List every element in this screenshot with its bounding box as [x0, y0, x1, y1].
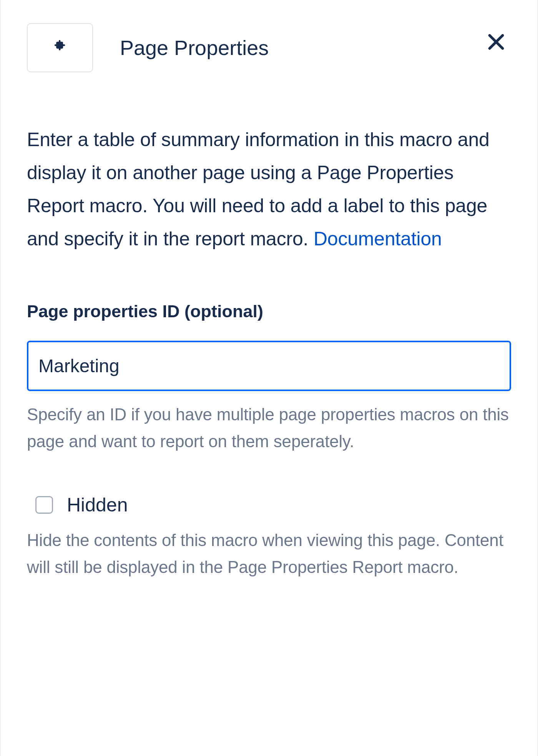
close-icon [485, 31, 507, 53]
field-hidden: Hidden Hide the contents of this macro w… [27, 494, 511, 581]
hidden-checkbox[interactable] [35, 496, 53, 514]
field-help-id: Specify an ID if you have multiple page … [27, 401, 511, 455]
page-properties-id-input[interactable] [27, 341, 511, 391]
documentation-link[interactable]: Documentation [314, 228, 442, 250]
page-properties-panel: Page Properties Enter a table of summary… [0, 0, 538, 756]
macro-icon-container [27, 23, 93, 72]
field-label-id: Page properties ID (optional) [27, 301, 511, 321]
close-button[interactable] [481, 27, 511, 57]
field-page-properties-id: Page properties ID (optional) Specify an… [27, 301, 511, 455]
panel-title: Page Properties [120, 36, 454, 60]
panel-description: Enter a table of summary information in … [27, 123, 511, 255]
field-help-hidden: Hide the contents of this macro when vie… [27, 527, 511, 581]
hidden-checkbox-label: Hidden [67, 494, 128, 516]
puzzle-piece-icon [53, 40, 67, 56]
panel-header: Page Properties [27, 23, 511, 72]
hidden-checkbox-row[interactable]: Hidden [35, 494, 511, 516]
